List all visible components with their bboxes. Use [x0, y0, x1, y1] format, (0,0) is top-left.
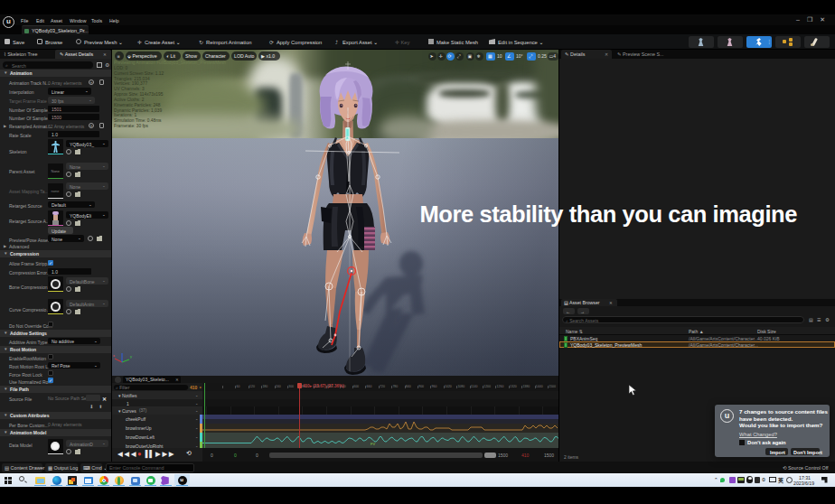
svg-text:x: x	[113, 353, 115, 358]
svg-text:y: y	[130, 354, 132, 359]
